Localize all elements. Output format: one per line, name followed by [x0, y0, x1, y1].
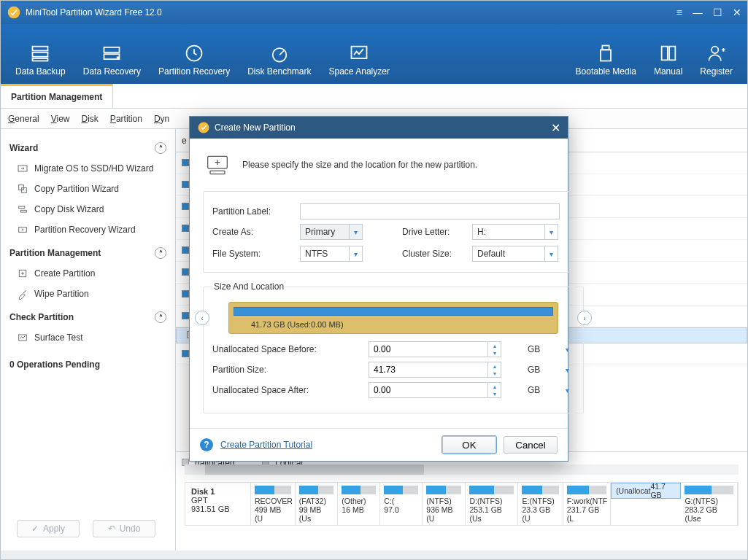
- sidebar-group-title: Check Partition: [9, 312, 74, 322]
- partition-recovery-icon: [184, 43, 204, 63]
- horizontal-scrollbar[interactable]: [185, 464, 739, 475]
- apply-button[interactable]: ✓ Apply: [17, 520, 80, 537]
- unit-dropdown-icon[interactable]: ▾: [560, 346, 574, 354]
- svg-rect-1: [33, 47, 48, 51]
- label-partition-size: Partition Size:: [212, 365, 366, 375]
- create-as-select[interactable]: Primary▾: [300, 224, 363, 240]
- ribbon-register[interactable]: Register: [691, 43, 741, 77]
- disk-chunk[interactable]: D:(NTFS)253.1 GB (Us: [466, 483, 518, 525]
- nav-right-icon[interactable]: ›: [577, 311, 592, 325]
- ribbon-bootable-media[interactable]: Bootable Media: [567, 43, 645, 77]
- disk-chunk[interactable]: G:(NTFS)283.2 GB (Use: [681, 483, 738, 525]
- tutorial-link[interactable]: Create Partition Tutorial: [220, 440, 312, 450]
- disk-chunk[interactable]: (FAT32)99 MB (Us: [296, 483, 339, 525]
- partition-size-input[interactable]: ▴▾: [369, 362, 501, 378]
- ribbon-manual[interactable]: Manual: [645, 43, 691, 77]
- disk-chunk[interactable]: (NTFS)936 MB (U: [423, 483, 466, 525]
- disk-info: Disk 1 GPT 931.51 GB: [185, 483, 251, 525]
- chevron-up-icon[interactable]: ˄: [155, 247, 166, 259]
- menu-dynamic[interactable]: Dyn: [154, 114, 169, 124]
- chevron-up-icon[interactable]: ˄: [155, 311, 166, 323]
- spin-down-icon[interactable]: ▾: [488, 370, 501, 377]
- spin-up-icon[interactable]: ▴: [488, 342, 501, 349]
- menu-disk[interactable]: Disk: [82, 114, 99, 124]
- sidebar-item-wipe-partition[interactable]: Wipe Partition: [9, 284, 166, 304]
- unit-dropdown-icon[interactable]: ▾: [560, 386, 574, 394]
- hamburger-icon[interactable]: ≡: [676, 7, 682, 18]
- spin-up-icon[interactable]: ▴: [488, 383, 501, 390]
- dialog-close-icon[interactable]: ✕: [551, 121, 560, 135]
- sidebar-item-partition-recovery[interactable]: Partition Recovery Wizard: [9, 219, 166, 240]
- unit-label: GB: [528, 385, 557, 395]
- spin-down-icon[interactable]: ▾: [488, 349, 501, 357]
- close-icon[interactable]: ✕: [733, 7, 741, 18]
- sidebar-group-wizard[interactable]: Wizard ˄: [9, 135, 166, 158]
- sidebar-item-migrate-os[interactable]: Migrate OS to SSD/HD Wizard: [9, 158, 166, 179]
- minimize-icon[interactable]: —: [693, 7, 703, 18]
- sidebar-item-copy-disk[interactable]: Copy Disk Wizard: [9, 199, 166, 219]
- chevron-down-icon: ▾: [349, 225, 362, 239]
- svg-point-0: [8, 7, 20, 19]
- sidebar-item-surface-test[interactable]: Surface Test: [9, 327, 166, 348]
- menu-view[interactable]: View: [51, 114, 70, 124]
- undo-button[interactable]: ↶ Undo: [93, 520, 155, 537]
- create-partition-dialog: Create New Partition ✕ Please specify th…: [189, 116, 568, 462]
- label-file-system: File System:: [212, 249, 300, 259]
- size-bar[interactable]: 41.73 GB (Used:0.00 MB): [228, 302, 558, 334]
- svg-rect-13: [19, 185, 24, 190]
- nav-left-icon[interactable]: ‹: [195, 311, 209, 325]
- unalloc-after-input[interactable]: ▴▾: [369, 382, 501, 398]
- drive-letter-select[interactable]: H:▾: [472, 224, 558, 240]
- spin-down-icon[interactable]: ▾: [488, 390, 501, 397]
- sidebar-item-label: Create Partition: [34, 268, 95, 279]
- tab-partition-management[interactable]: Partition Management: [1, 84, 113, 108]
- spin-up-icon[interactable]: ▴: [488, 362, 501, 370]
- ribbon-space-analyzer[interactable]: Space Analyzer: [320, 43, 398, 77]
- disk-chunk[interactable]: (Other)16 MB: [338, 483, 380, 525]
- ribbon-partition-recovery[interactable]: Partition Recovery: [150, 43, 239, 77]
- sidebar-item-create-partition[interactable]: Create Partition: [9, 263, 166, 284]
- size-location-group: Size And Location ‹ 41.73 GB (Used:0.00 …: [203, 281, 584, 413]
- label-create-as: Create As:: [212, 227, 300, 237]
- ribbon-disk-benchmark[interactable]: Disk Benchmark: [239, 43, 320, 77]
- sidebar-item-label: Partition Recovery Wizard: [34, 225, 136, 235]
- disk-chunk[interactable]: C:(97.0: [380, 483, 423, 525]
- svg-rect-2: [33, 52, 48, 57]
- menu-partition[interactable]: Partition: [110, 114, 142, 124]
- file-system-select[interactable]: NTFS▾: [300, 246, 363, 262]
- disk-chunk[interactable]: (Unallocat41.7 GB: [611, 483, 681, 499]
- ribbon-data-backup[interactable]: Data Backup: [7, 43, 74, 77]
- unalloc-before-input[interactable]: ▴▾: [369, 341, 501, 357]
- unit-dropdown-icon[interactable]: ▾: [560, 366, 574, 374]
- ok-button[interactable]: OK: [442, 436, 496, 454]
- disk-chunk[interactable]: RECOVER499 MB (U: [251, 483, 296, 525]
- sidebar-group-check-partition[interactable]: Check Partition ˄: [9, 304, 166, 327]
- disk-chunk[interactable]: F:work(NTF231.7 GB (L: [563, 483, 611, 525]
- chevron-down-icon: ▾: [349, 246, 362, 261]
- dialog-icon: [197, 121, 210, 134]
- svg-point-11: [712, 47, 718, 53]
- chevron-up-icon[interactable]: ˄: [155, 142, 166, 154]
- maximize-icon[interactable]: ☐: [713, 7, 722, 18]
- surface-test-icon: [17, 332, 28, 343]
- svg-point-20: [198, 122, 209, 133]
- sidebar-group-partition-management[interactable]: Partition Management ˄: [9, 240, 166, 263]
- partition-label-input[interactable]: [300, 203, 560, 219]
- app-title: MiniTool Partition Wizard Free 12.0: [26, 7, 676, 18]
- dialog-title-bar[interactable]: Create New Partition ✕: [190, 117, 568, 139]
- help-icon[interactable]: ?: [200, 438, 213, 451]
- ribbon-data-recovery[interactable]: Data Recovery: [74, 43, 150, 77]
- apply-label: Apply: [43, 524, 65, 534]
- ribbon-label: Manual: [654, 66, 682, 77]
- disk-chunk[interactable]: E:(NTFS)23.3 GB (U: [518, 483, 563, 525]
- cluster-size-select[interactable]: Default▾: [472, 246, 558, 262]
- book-icon: [658, 43, 679, 63]
- ribbon-label: Register: [700, 66, 733, 77]
- sidebar-item-label: Migrate OS to SSD/HD Wizard: [34, 163, 153, 174]
- unit-label: GB: [528, 365, 557, 375]
- menu-general[interactable]: General: [8, 114, 39, 124]
- cancel-button[interactable]: Cancel: [504, 436, 558, 454]
- sidebar-item-copy-partition[interactable]: Copy Partition Wizard: [9, 179, 166, 199]
- label-unalloc-after: Unallocated Space After:: [212, 385, 366, 395]
- label-drive-letter: Drive Letter:: [402, 227, 472, 237]
